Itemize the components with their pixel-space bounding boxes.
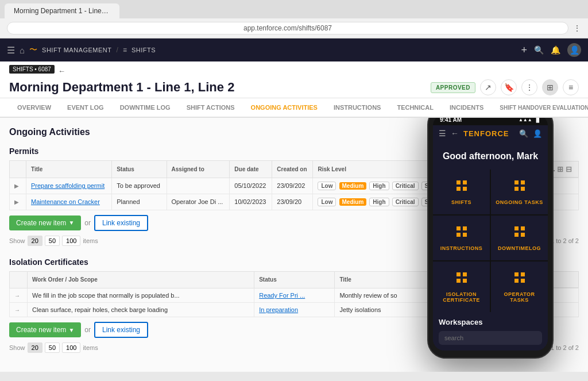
phone-grid-instructions[interactable]: INSTRUCTIONS bbox=[433, 215, 490, 260]
tab-technical[interactable]: TECHNICAL bbox=[389, 98, 442, 118]
browser-more-icon[interactable]: ⋮ bbox=[573, 24, 581, 33]
link-existing-permits-button[interactable]: Link existing bbox=[94, 215, 148, 231]
phone-grid-ongoing-tasks[interactable]: ONGOING TASKS bbox=[491, 170, 548, 214]
iso-expand-1[interactable]: → bbox=[14, 293, 20, 299]
badge-critical-2: Critical bbox=[392, 198, 419, 206]
phone-search-icon[interactable]: 🔍 bbox=[519, 129, 528, 138]
phone-overlay: 9:41 AM ▲▲▲ ▐▌ ☰ ← TENFORCE 🔍 👤 bbox=[427, 118, 554, 359]
sub-header: SHIFTS • 6087 ← Morning Department 1 - L… bbox=[0, 61, 588, 98]
phone-menu-icon[interactable]: ☰ bbox=[439, 129, 446, 138]
tab-event-log[interactable]: EVENT LOG bbox=[59, 98, 112, 118]
iso-status-1[interactable]: Ready For Pri ... bbox=[259, 292, 305, 299]
back-arrow-icon[interactable]: ← bbox=[58, 67, 65, 75]
operator-tasks-icon bbox=[513, 271, 527, 288]
iso-scope-2: Clean surface, repair holes, check barge… bbox=[32, 306, 168, 313]
svg-rect-19 bbox=[463, 279, 467, 283]
iso-status-2[interactable]: In preparation bbox=[259, 306, 298, 313]
badge-critical-1: Critical bbox=[392, 182, 419, 190]
phone-time: 9:41 AM bbox=[440, 118, 462, 123]
create-iso-dropdown-icon[interactable]: ▼ bbox=[68, 327, 74, 333]
search-icon[interactable]: 🔍 bbox=[534, 45, 544, 55]
ongoing-tasks-label: ONGOING TASKS bbox=[496, 199, 543, 205]
show-20-permits[interactable]: 20 bbox=[28, 236, 42, 246]
address-box[interactable]: app.tenforce.com/shifts/6087 bbox=[7, 22, 568, 34]
show-50-permits[interactable]: 50 bbox=[45, 236, 60, 246]
battery-icon: ▐▌ bbox=[535, 118, 541, 122]
phone-grid-shifts[interactable]: SHIFTS bbox=[433, 170, 490, 214]
col-assigned: Assigned to bbox=[167, 161, 230, 178]
create-permit-button[interactable]: Create new item ▼ bbox=[9, 215, 81, 230]
tab-downtime-log[interactable]: DOWNTIME LOG bbox=[112, 98, 179, 118]
or-text-permits: or bbox=[84, 219, 91, 227]
notification-icon[interactable]: 🔔 bbox=[551, 45, 560, 55]
col-expand bbox=[10, 161, 26, 178]
table-grid-icon-1[interactable]: ⊞ bbox=[557, 165, 563, 174]
profile-icon[interactable]: 👤 bbox=[567, 43, 581, 57]
col-status: Status bbox=[112, 161, 167, 178]
svg-rect-12 bbox=[514, 226, 519, 230]
tab-overview[interactable]: OVERVIEW bbox=[9, 98, 59, 118]
more-options-button[interactable]: ⋮ bbox=[521, 79, 537, 95]
tab-ongoing-activities[interactable]: ONGOING ACTIVITIES bbox=[243, 98, 326, 118]
home-icon[interactable]: ⌂ bbox=[20, 45, 25, 55]
permit-link-1[interactable]: Prepare scaffolding permit bbox=[31, 182, 105, 189]
row-expand-icon[interactable]: ▶ bbox=[14, 183, 19, 189]
tab-incidents[interactable]: INCIDENTS bbox=[442, 98, 492, 118]
badge-high-1: High bbox=[369, 182, 389, 190]
col-created: Created on bbox=[272, 161, 313, 178]
tab-bar: OVERVIEW EVENT LOG DOWNTIME LOG SHIFT AC… bbox=[0, 98, 588, 118]
svg-rect-22 bbox=[514, 279, 519, 283]
list-view-button[interactable]: ≡ bbox=[563, 79, 579, 95]
tab-shift-actions[interactable]: SHIFT ACTIONS bbox=[179, 98, 243, 118]
row-expand-icon-2[interactable]: ▶ bbox=[14, 199, 19, 205]
phone-search-input[interactable] bbox=[439, 331, 542, 345]
breadcrumb-shift-management: SHIFT MANAGEMENT bbox=[42, 47, 111, 53]
create-isolation-button[interactable]: Create new item ▼ bbox=[9, 322, 81, 337]
col-due-date: Due date bbox=[230, 161, 272, 178]
svg-rect-15 bbox=[521, 233, 525, 237]
phone-status-icons: ▲▲▲ ▐▌ bbox=[519, 118, 541, 122]
status-text-1: To be approved bbox=[117, 182, 160, 189]
phone-grid-operator-tasks[interactable]: OPERATOR TASKS bbox=[491, 261, 548, 312]
badge-medium-1: Medium bbox=[339, 182, 367, 190]
link-existing-isolation-button[interactable]: Link existing bbox=[94, 322, 148, 338]
svg-rect-16 bbox=[457, 272, 461, 276]
share-button[interactable]: ↗ bbox=[480, 79, 496, 95]
phone-grid-downtimelog[interactable]: DOWNTIMELOG bbox=[491, 215, 548, 260]
add-icon[interactable]: + bbox=[521, 44, 527, 56]
signal-icon: ▲▲▲ bbox=[519, 118, 532, 122]
show-20-isolation[interactable]: 20 bbox=[28, 342, 42, 353]
create-dropdown-icon[interactable]: ▼ bbox=[68, 220, 74, 226]
page-title: Morning Department 1 - Line 1, Line 2 AP… bbox=[9, 79, 579, 95]
browser-controls: ⋮ bbox=[573, 24, 581, 33]
iso-expand-2[interactable]: → bbox=[14, 307, 20, 313]
or-text-isolation: or bbox=[84, 326, 91, 334]
bookmark-button[interactable]: 🔖 bbox=[501, 79, 517, 95]
phone-back-icon[interactable]: ← bbox=[451, 129, 459, 138]
brand-icon[interactable]: 〜 bbox=[29, 45, 37, 55]
tab-shift-handover[interactable]: SHIFT HANDOVER EVALUATION bbox=[492, 99, 588, 118]
svg-rect-14 bbox=[514, 233, 519, 237]
phone-profile-icon[interactable]: 👤 bbox=[533, 129, 542, 138]
phone-workspaces: Workspaces bbox=[433, 312, 548, 351]
svg-rect-6 bbox=[514, 187, 519, 191]
show-items-isolation: Show 20 50 100 items bbox=[9, 342, 98, 353]
show-items-permits: Show 20 50 100 items bbox=[9, 236, 98, 246]
downtimelog-icon bbox=[513, 225, 527, 242]
show-100-permits[interactable]: 100 bbox=[62, 236, 80, 246]
grid-view-button[interactable]: ⊞ bbox=[542, 79, 558, 95]
table-layout-icon-1[interactable]: ⊟ bbox=[566, 165, 572, 174]
iso-scope-1: We fill in the job scope that normally i… bbox=[32, 292, 180, 299]
svg-rect-7 bbox=[521, 187, 525, 191]
phone-app-grid: SHIFTS ONGOING TASKS INSTRUCTIONS bbox=[433, 170, 548, 312]
show-100-isolation[interactable]: 100 bbox=[62, 342, 80, 353]
phone-greeting-text: Good afternoon, Mark bbox=[438, 151, 543, 163]
approved-badge: APPROVED bbox=[431, 82, 475, 93]
hamburger-icon[interactable]: ☰ bbox=[7, 45, 15, 56]
tab-instructions[interactable]: INSTRUCTIONS bbox=[326, 98, 389, 118]
browser-tab[interactable]: Morning Department 1 - Line 1, Line 2 bbox=[5, 3, 119, 18]
show-50-isolation[interactable]: 50 bbox=[45, 342, 60, 353]
permit-link-2[interactable]: Maintenance on Cracker bbox=[31, 198, 100, 205]
phone-grid-isolation[interactable]: ISOLATION CERTIFICATE bbox=[433, 261, 490, 312]
phone-nav: ☰ ← TENFORCE 🔍 👤 bbox=[433, 125, 548, 141]
